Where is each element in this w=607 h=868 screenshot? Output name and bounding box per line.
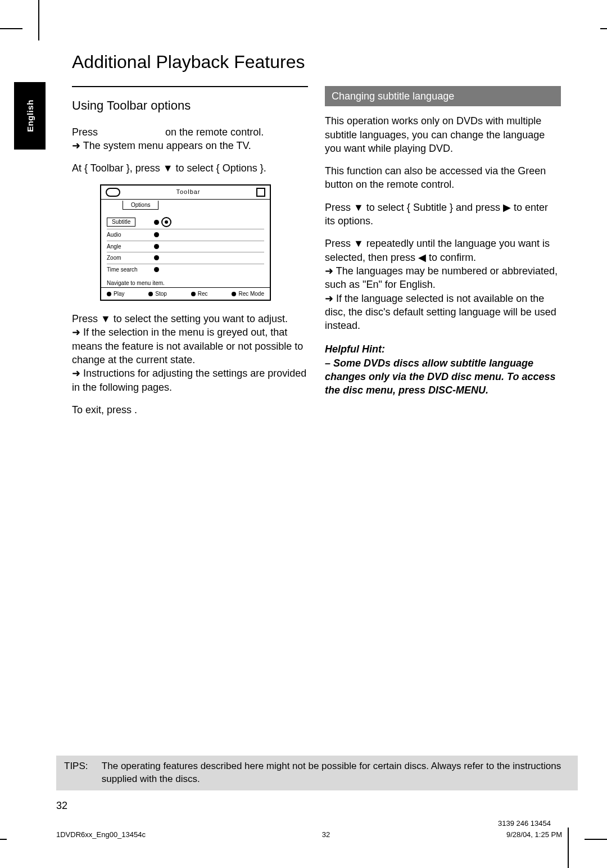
- ring-dot-icon: [161, 217, 171, 227]
- left-column: Using Toolbar options Press on the remot…: [72, 86, 308, 426]
- dot-icon: [154, 267, 159, 272]
- dot-icon: [154, 244, 159, 249]
- diagram-row: Zoom: [107, 252, 264, 264]
- right-p1: This operation works only on DVDs with m…: [325, 114, 561, 155]
- diagram-row: Time search: [107, 264, 264, 275]
- diagram-row: Subtitle: [107, 215, 264, 229]
- diagram-footer: Play Stop Rec Rec Mode: [101, 287, 270, 300]
- language-tab-label: English: [25, 100, 35, 132]
- language-tab: English: [14, 82, 46, 150]
- left-heading: Using Toolbar options: [72, 86, 308, 114]
- dot-icon: [148, 292, 153, 296]
- dot-icon: [232, 292, 236, 296]
- footer-mid: 32: [322, 830, 330, 839]
- section-bar: Changing subtitle language: [325, 86, 561, 106]
- diagram-tabs: Options: [101, 200, 270, 213]
- step-1: Press on the remote control. ➜ The syste…: [72, 125, 308, 153]
- page-title: Additional Playback Features: [72, 52, 561, 73]
- crop-mark: [568, 828, 569, 868]
- pill-icon: [106, 188, 120, 197]
- diagram-header: Toolbar: [101, 186, 270, 200]
- hint-title: Helpful Hint:: [325, 342, 561, 356]
- page: English Additional Playback Features Usi…: [0, 0, 607, 868]
- step-2: At { Toolbar }, press ▼ to select { Opti…: [72, 161, 308, 175]
- tips-label: TIPS:: [64, 760, 102, 786]
- hint-body: – Some DVDs discs allow subtitle languag…: [325, 356, 561, 397]
- diagram-row: Audio: [107, 229, 264, 241]
- crop-mark: [0, 839, 7, 840]
- part-number: 3139 246 13454: [498, 819, 551, 828]
- diagram-hint: Navigate to menu item.: [101, 277, 270, 287]
- crop-mark: [38, 0, 39, 40]
- footer: 1DVDR6xx_Eng00_13454c 32 9/28/04, 1:25 P…: [56, 830, 562, 839]
- dot-icon: [154, 220, 159, 225]
- toolbar-diagram: Toolbar Options Subtitle Audio: [100, 184, 271, 301]
- crop-mark: [600, 28, 607, 29]
- step-3: Press ▼ to select the setting you want t…: [72, 312, 308, 394]
- diagram-row: Angle: [107, 241, 264, 253]
- dot-icon: [107, 292, 111, 296]
- crop-mark: [585, 839, 607, 840]
- dot-icon: [154, 255, 159, 260]
- right-p4: Press ▼ repeatedly until the language yo…: [325, 237, 561, 332]
- right-p3: Press ▼ to select { Subtitle } and press…: [325, 201, 561, 228]
- footer-right: 9/28/04, 1:25 PM: [506, 830, 562, 839]
- right-column: Changing subtitle language This operatio…: [325, 86, 561, 426]
- step-4: To exit, press .: [72, 403, 308, 417]
- square-icon: [256, 188, 265, 197]
- columns: Using Toolbar options Press on the remot…: [72, 86, 561, 426]
- dot-icon: [191, 292, 196, 296]
- footer-left: 1DVDR6xx_Eng00_13454c: [56, 830, 146, 839]
- diagram-body: Subtitle Audio Angle: [101, 212, 270, 277]
- content-area: Additional Playback Features Using Toolb…: [72, 52, 561, 426]
- right-p2: This function can also be accessed via t…: [325, 164, 561, 192]
- tips-bar: TIPS: The operating features described h…: [56, 756, 578, 790]
- page-number: 32: [56, 800, 67, 812]
- dot-icon: [154, 232, 159, 237]
- tips-body: The operating features described here mi…: [102, 760, 570, 786]
- crop-mark: [0, 28, 22, 29]
